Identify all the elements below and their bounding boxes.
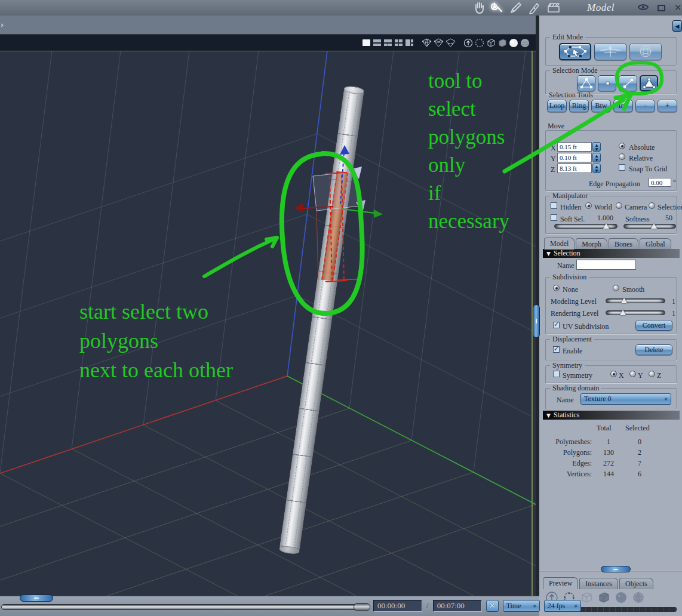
tab-global[interactable]: Global bbox=[640, 238, 671, 250]
uv-sphere-icon bbox=[632, 45, 659, 58]
select-vertex-button[interactable] bbox=[598, 75, 616, 91]
y-value-field[interactable] bbox=[557, 153, 592, 162]
relative-label: Relative bbox=[629, 154, 653, 163]
wire-cube-icon[interactable] bbox=[580, 591, 593, 606]
loop-button[interactable]: Loop bbox=[547, 100, 567, 112]
timeline-slider[interactable] bbox=[1, 604, 369, 610]
symmetry-x-radio[interactable] bbox=[610, 371, 617, 377]
wire-cube-icon[interactable] bbox=[486, 38, 496, 48]
shaded-sphere-icon[interactable] bbox=[615, 591, 628, 606]
split-5-icon[interactable] bbox=[405, 39, 414, 47]
selection-section-header[interactable]: ▼Selection bbox=[543, 249, 680, 258]
modeling-level-slider[interactable] bbox=[606, 298, 665, 303]
symmetry-y-radio[interactable] bbox=[629, 371, 636, 377]
camera-radio[interactable] bbox=[616, 202, 622, 209]
rendering-level-value: 1 bbox=[672, 309, 675, 318]
subdiv-none-radio[interactable] bbox=[553, 285, 560, 291]
tab-preview[interactable]: Preview bbox=[543, 577, 578, 589]
tab-objects[interactable]: Objects bbox=[619, 578, 653, 589]
tab-instances[interactable]: Instances bbox=[579, 578, 618, 589]
symmetry-checkbox[interactable] bbox=[553, 371, 560, 377]
tab-model[interactable]: Model bbox=[544, 238, 575, 250]
pencil-icon[interactable] bbox=[509, 1, 523, 14]
delete-button[interactable]: Delete bbox=[635, 344, 672, 355]
pen-icon[interactable] bbox=[528, 1, 541, 14]
snap-to-grid-checkbox[interactable] bbox=[619, 164, 625, 171]
z-stepper[interactable]: ▲▼ bbox=[592, 164, 601, 173]
soft-sel-checkbox[interactable] bbox=[551, 214, 557, 221]
current-time-field[interactable]: 00:00:00 bbox=[373, 600, 422, 612]
eye-icon[interactable] bbox=[638, 2, 649, 13]
shading-domain-dropdown[interactable]: Texture 0 » bbox=[580, 393, 671, 405]
edge-propagation-field[interactable] bbox=[649, 178, 671, 187]
white-sphere-icon[interactable] bbox=[509, 38, 518, 48]
maximize-icon[interactable] bbox=[658, 5, 665, 11]
grow-button[interactable]: + bbox=[658, 100, 677, 112]
subdiv-smooth-radio[interactable] bbox=[613, 285, 619, 291]
statistics-section-header[interactable]: ▼Statistics bbox=[543, 411, 680, 420]
select-polygon-button[interactable] bbox=[640, 75, 658, 91]
menu-strip: › bbox=[0, 16, 536, 35]
fps-dropdown[interactable]: 24 fps » bbox=[544, 600, 581, 612]
viewport-3d[interactable] bbox=[0, 35, 536, 596]
rendering-level-slider[interactable] bbox=[606, 310, 665, 315]
textured-sphere-icon[interactable] bbox=[520, 38, 530, 48]
between-button[interactable]: Btw bbox=[591, 100, 611, 112]
tab-bones[interactable]: Bones bbox=[609, 238, 638, 250]
select-auto-button[interactable] bbox=[577, 75, 595, 91]
film-icon[interactable] bbox=[546, 1, 561, 14]
viewport-collapse-handle[interactable] bbox=[20, 595, 53, 602]
polygon-edit-icon bbox=[561, 45, 589, 58]
split-4-icon[interactable] bbox=[394, 39, 403, 47]
loop-toggle-icon[interactable]: ✕ bbox=[486, 600, 499, 612]
split-3-icon[interactable] bbox=[383, 39, 392, 47]
absolute-radio[interactable] bbox=[619, 143, 625, 149]
close-icon[interactable]: ✕ bbox=[674, 2, 682, 13]
split-2-icon[interactable] bbox=[373, 39, 382, 47]
ring-button[interactable]: Ring bbox=[569, 100, 589, 112]
soft-sel-slider[interactable] bbox=[554, 224, 618, 229]
convert-button[interactable]: Convert bbox=[635, 320, 672, 331]
globe-wire-icon-1[interactable] bbox=[422, 38, 432, 47]
panel-collapse-handle[interactable] bbox=[533, 304, 540, 338]
strip-expander-icon[interactable]: › bbox=[1, 20, 4, 29]
wrench-icon[interactable] bbox=[491, 1, 504, 14]
solid-cube-icon[interactable] bbox=[597, 591, 610, 606]
relative-radio[interactable] bbox=[619, 153, 625, 160]
shrink-button[interactable]: - bbox=[635, 100, 655, 112]
symmetry-y-label: Y bbox=[638, 371, 643, 380]
globe-wire-icon-3[interactable] bbox=[446, 38, 456, 47]
edit-mode-uv-button[interactable] bbox=[629, 43, 662, 60]
tab-morph[interactable]: Morph bbox=[576, 238, 607, 250]
panel-arrow-button[interactable]: ◀ bbox=[672, 20, 682, 32]
panel-splitter-handle[interactable] bbox=[601, 566, 631, 572]
y-stepper[interactable]: ▲▼ bbox=[592, 153, 601, 162]
selection-radio[interactable] bbox=[649, 202, 655, 209]
invert-button[interactable]: Inv bbox=[613, 100, 633, 112]
uv-subdivision-checkbox[interactable] bbox=[553, 322, 560, 328]
softness-slider[interactable] bbox=[623, 224, 676, 229]
dotted-sphere-icon[interactable] bbox=[475, 38, 484, 48]
total-time-field[interactable]: 00:07:00 bbox=[433, 600, 482, 612]
x-value-field[interactable] bbox=[557, 142, 592, 152]
edit-mode-polygon-button[interactable] bbox=[559, 43, 591, 60]
globe-wire-icon-2[interactable] bbox=[434, 38, 444, 47]
subdivision-group: Subdivision None Smooth Modeling Level 1… bbox=[545, 277, 677, 334]
textured-sphere-icon[interactable] bbox=[632, 591, 645, 606]
symmetry-z-radio[interactable] bbox=[649, 371, 655, 377]
timeline-slider-handle[interactable] bbox=[354, 603, 370, 611]
degree-unit: ° bbox=[673, 178, 676, 187]
select-edge-button[interactable] bbox=[619, 75, 637, 91]
orbit-up-icon[interactable] bbox=[463, 38, 473, 48]
edit-mode-skeleton-button[interactable] bbox=[594, 43, 626, 60]
single-view-icon[interactable] bbox=[362, 39, 371, 47]
enable-checkbox[interactable] bbox=[553, 346, 560, 353]
hidden-checkbox[interactable] bbox=[551, 202, 557, 209]
hand-icon[interactable] bbox=[474, 1, 486, 14]
z-value-field[interactable] bbox=[557, 164, 592, 173]
time-mode-dropdown[interactable]: Time » bbox=[503, 600, 540, 612]
name-field[interactable] bbox=[576, 260, 636, 270]
world-radio[interactable] bbox=[585, 202, 592, 209]
solid-cube-icon[interactable] bbox=[497, 38, 507, 48]
x-stepper[interactable]: ▲▼ bbox=[592, 142, 601, 152]
